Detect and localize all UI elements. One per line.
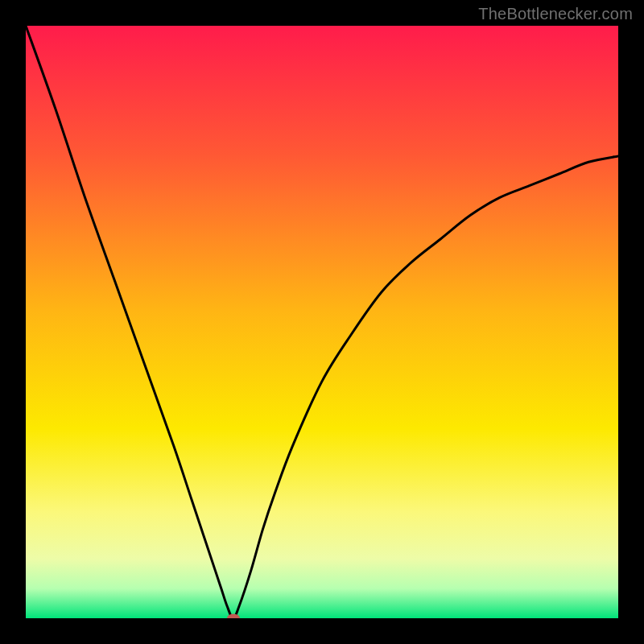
bottleneck-curve <box>26 26 618 618</box>
curve-layer <box>26 26 618 618</box>
plot-area <box>26 26 618 618</box>
optimal-point-marker <box>227 614 240 619</box>
chart-frame: TheBottlenecker.com <box>0 0 644 644</box>
watermark-text: TheBottlenecker.com <box>478 5 633 23</box>
